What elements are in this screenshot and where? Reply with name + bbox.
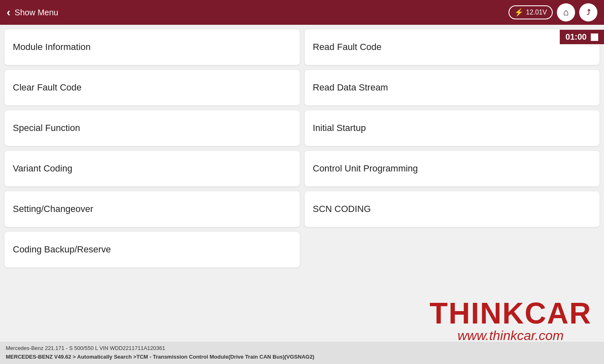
menu-item-setting-changeover[interactable]: Setting/Changeover [4,191,300,227]
menu-item-read-data-stream[interactable]: Read Data Stream [304,69,600,106]
read-fault-code-label: Read Fault Code [313,42,382,52]
initial-startup-label: Initial Startup [313,123,366,133]
footer-line1: Mercedes-Benz 221.171 - S 500/550 L VIN … [6,344,598,353]
menu-item-initial-startup[interactable]: Initial Startup [304,110,600,146]
home-icon: ⌂ [563,7,568,18]
menu-item-control-unit-programming[interactable]: Control Unit Programming [304,150,600,187]
control-unit-programming-label: Control Unit Programming [313,163,418,174]
setting-changeover-label: Setting/Changeover [13,204,93,214]
home-button[interactable]: ⌂ [557,3,575,21]
menu-item-special-function[interactable]: Special Function [4,110,300,146]
menu-item-clear-fault-code[interactable]: Clear Fault Code [4,69,300,106]
voltage-value: 12.01V [526,9,547,16]
menu-item-variant-coding[interactable]: Variant Coding [4,150,300,187]
exit-icon: ⤴ [587,8,590,17]
branding-block: THINKCAR www.thinkcar.com [430,298,592,343]
bolt-icon: ⚡ [514,8,523,17]
left-column: Module Information Clear Fault Code Spec… [4,29,300,268]
timer-badge[interactable]: 01:00 [560,30,604,44]
coding-backup-reserve-label: Coding Backup/Reserve [13,244,111,255]
right-column: Read Fault Code Read Data Stream Initial… [304,29,600,268]
exit-button[interactable]: ⤴ [579,3,597,21]
brand-url: www.thinkcar.com [430,328,592,343]
menu-item-module-information[interactable]: Module Information [4,29,300,65]
clear-fault-code-label: Clear Fault Code [13,82,81,93]
back-button[interactable]: ‹ Show Menu [7,6,58,19]
special-function-label: Special Function [13,123,80,133]
header-right: ⚡ 12.01V ⌂ ⤴ [509,3,597,21]
back-arrow-icon: ‹ [7,6,10,19]
menu-item-scn-coding[interactable]: SCN CODING [304,191,600,227]
scn-coding-label: SCN CODING [313,204,371,214]
footer-line2: MERCEDES-BENZ V49.62 > Automatically Sea… [6,353,598,362]
header: ‹ Show Menu ⚡ 12.01V ⌂ ⤴ [0,0,604,25]
module-information-label: Module Information [13,42,91,52]
read-data-stream-label: Read Data Stream [313,82,388,93]
stop-icon [591,33,598,41]
variant-coding-label: Variant Coding [13,163,72,174]
menu-item-read-fault-code[interactable]: Read Fault Code [304,29,600,65]
footer: Mercedes-Benz 221.171 - S 500/550 L VIN … [0,342,604,364]
menu-item-coding-backup-reserve[interactable]: Coding Backup/Reserve [4,231,300,268]
show-menu-label: Show Menu [14,8,58,17]
brand-name: THINKCAR [430,298,592,328]
menu-grid: Module Information Clear Fault Code Spec… [0,25,604,268]
timer-value: 01:00 [566,32,587,42]
voltage-badge[interactable]: ⚡ 12.01V [509,5,553,19]
